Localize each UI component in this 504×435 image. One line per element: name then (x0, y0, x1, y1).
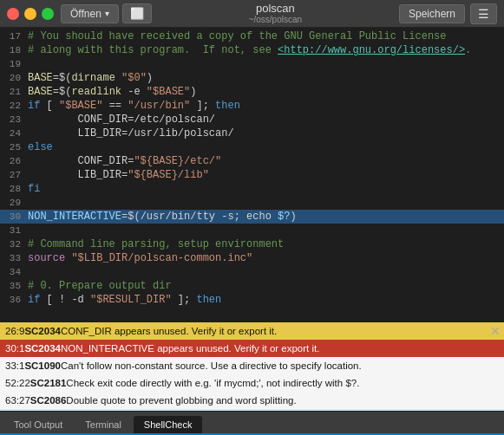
diagnostics-panel: ✕ 26:9 SC2034 CONF_DIR appears unused. V… (0, 322, 504, 411)
comment-token: . (465, 44, 471, 56)
plain-token: ]; (172, 294, 197, 306)
line-number: 36 (0, 293, 28, 307)
plain-token: =$( (53, 72, 72, 84)
tab-tool-output[interactable]: Tool Output (3, 416, 73, 433)
titlebar: Öffnen ▾ ⬜ polscan ~/oss/polscan Speiche… (0, 0, 504, 28)
diag-code: SC2034 (24, 326, 61, 336)
string-token: "$BASE" (59, 100, 102, 112)
diag-code: SC2034 (24, 343, 61, 354)
open-button[interactable]: Öffnen ▾ (61, 4, 119, 23)
line-number: 23 (0, 113, 28, 127)
comment-token: # 0. Prepare output dir (28, 280, 172, 292)
window-subtitle: ~/oss/polscan (249, 15, 302, 25)
diag-location: 33:1 (5, 360, 24, 371)
string-token: "$RESULT_DIR" (90, 294, 172, 306)
line-content: # You should have received a copy of the… (28, 29, 504, 43)
tab-shellcheck[interactable]: ShellCheck (134, 416, 203, 433)
table-row: 21BASE=$(readlink -e "$BASE") (0, 85, 504, 99)
diag-location: 63:27 (5, 395, 30, 406)
code-editor[interactable]: 17# You should have received a copy of t… (0, 28, 504, 322)
line-content: BASE=$(readlink -e "$BASE") (28, 85, 504, 99)
table-row: 20BASE=$(dirname "$0") (0, 71, 504, 85)
string-token: "/usr/bin" (128, 100, 190, 112)
table-row: 30NON_INTERACTIVE=$(/usr/bin/tty -s; ech… (0, 210, 504, 224)
table-row: 25else (0, 140, 504, 154)
plain-token: [ (40, 100, 59, 112)
table-row: 31 (0, 224, 504, 237)
line-number: 24 (0, 127, 28, 140)
save-button[interactable]: Speichern (399, 4, 465, 23)
comment-token: # Command line parsing, setup environmen… (28, 238, 284, 250)
list-item[interactable]: 30:1 SC2034 NON_INTERACTIVE appears unus… (0, 340, 504, 357)
line-number: 30 (0, 210, 28, 224)
keyword-token: fi (28, 183, 40, 195)
line-content: LIB_DIR=/usr/lib/polscan/ (28, 127, 504, 140)
list-item[interactable]: 52:22 SC2181 Check exit code directly wi… (0, 374, 504, 392)
string-token: "$0" (121, 72, 147, 84)
plain-token: CONF_DIR= (28, 155, 134, 167)
func-token: BASE (28, 86, 53, 98)
line-number: 18 (0, 43, 28, 57)
plain-token: ) (190, 86, 196, 98)
line-number: 21 (0, 85, 28, 99)
minimize-window-button[interactable] (24, 8, 36, 20)
diag-text: Check exit code directly with e.g. 'if m… (66, 378, 359, 388)
diag-location: 52:22 (5, 378, 30, 388)
line-content: LIB_DIR="${BASE}/lib" (28, 168, 504, 182)
line-content: CONF_DIR="${BASE}/etc/" (28, 154, 504, 168)
var-token: $? (278, 211, 290, 223)
line-content: if [ ! -d "$RESULT_DIR" ]; then (28, 293, 504, 307)
plain-token: == (102, 100, 128, 112)
table-row: 24 LIB_DIR=/usr/lib/polscan/ (0, 127, 504, 140)
line-content: CONF_DIR=/etc/polscan/ (28, 113, 504, 127)
table-row: 28fi (0, 182, 504, 196)
plain-token: CONF_DIR=/etc/polscan/ (28, 114, 215, 126)
line-number: 29 (0, 196, 28, 210)
close-window-button[interactable] (7, 8, 19, 20)
line-number: 28 (0, 182, 28, 196)
tab-terminal[interactable]: Terminal (75, 416, 132, 433)
comment-token: # You should have received a copy of the… (28, 30, 446, 42)
file-icon-button[interactable]: ⬜ (122, 3, 152, 23)
source-token: source (28, 252, 65, 264)
diag-text: CONF_DIR appears unused. Verify it or ex… (61, 326, 277, 336)
plain-token: [ ! -d (40, 294, 90, 306)
plain-token: ) (147, 72, 153, 84)
table-row: 36if [ ! -d "$RESULT_DIR" ]; then (0, 293, 504, 307)
table-row: 22if [ "$BASE" == "/usr/bin" ]; then (0, 99, 504, 113)
line-content: # 0. Prepare output dir (28, 279, 504, 293)
menu-button[interactable]: ☰ (470, 3, 497, 24)
bottom-tabs: Tool OutputTerminalShellCheck (0, 411, 504, 433)
list-item[interactable]: 26:9 SC2034 CONF_DIR appears unused. Ver… (0, 322, 504, 340)
line-content: NON_INTERACTIVE=$(/usr/bin/tty -s; echo … (28, 210, 504, 224)
list-item[interactable]: 33:1 SC1090 Can't follow non-constant so… (0, 357, 504, 374)
plain-token: ) (290, 211, 296, 223)
line-number: 26 (0, 154, 28, 168)
close-diagnostics-button[interactable]: ✕ (490, 324, 501, 338)
keyword-token: then (215, 100, 240, 112)
line-number: 17 (0, 29, 28, 43)
line-content: if [ "$BASE" == "/usr/bin" ]; then (28, 99, 504, 113)
list-item[interactable]: 63:27 SC2086 Double quote to prevent glo… (0, 392, 504, 409)
diag-text: Double quote to prevent globbing and wor… (66, 395, 296, 406)
maximize-window-button[interactable] (42, 8, 54, 20)
window-title: polscan (256, 2, 295, 16)
line-number: 27 (0, 168, 28, 182)
func-token: BASE (28, 72, 53, 84)
table-row: 26 CONF_DIR="${BASE}/etc/" (0, 154, 504, 168)
plain-token: =$( (53, 86, 72, 98)
func-token: dirname (71, 72, 115, 84)
list-item[interactable]: 66:20 SC2166 Prefer [p]||[q] as [p -o q]… (0, 409, 504, 411)
line-content: source "$LIB_DIR/polscan-common.inc" (28, 251, 504, 265)
code-lines: 17# You should have received a copy of t… (0, 28, 504, 308)
line-content: else (28, 140, 504, 154)
diag-location: 30:1 (5, 343, 24, 354)
table-row: 27 LIB_DIR="${BASE}/lib" (0, 168, 504, 182)
string-token: "${BASE}/lib" (128, 169, 209, 181)
title-center: polscan ~/oss/polscan (152, 2, 399, 26)
keyword-token: if (28, 100, 40, 112)
plain-token: LIB_DIR=/usr/lib/polscan/ (28, 127, 234, 140)
diag-text: NON_INTERACTIVE appears unused. Verify i… (61, 343, 319, 354)
toolbar-right: Speichern ☰ (399, 3, 497, 24)
diag-code: SC1090 (24, 360, 61, 371)
